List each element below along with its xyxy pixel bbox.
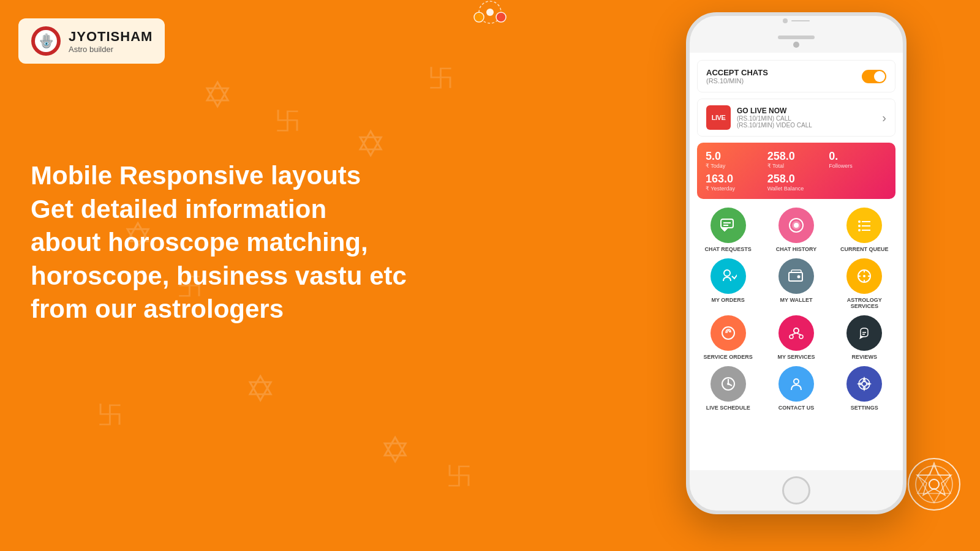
bg-swastika-1: 卐 (276, 104, 300, 138)
bg-swastika-5: 卐 (447, 459, 472, 493)
menu-label-my-wallet: MY WALLET (780, 297, 813, 303)
menu-item-service-orders[interactable]: SERVICE ORDERS (697, 315, 759, 360)
go-live-line1: (RS.10/1MIN) CALL (737, 115, 812, 122)
go-live-row[interactable]: LIVE GO LIVE NOW (RS.10/1MIN) CALL (RS.1… (697, 99, 895, 137)
accept-chats-toggle[interactable] (862, 70, 886, 83)
menu-label-chat-history: CHAT HISTORY (776, 246, 816, 252)
go-live-title: GO LIVE NOW (737, 107, 812, 115)
menu-item-astrology-services[interactable]: ASTROLOGY SERVICES (834, 258, 895, 309)
svg-point-23 (858, 229, 861, 231)
logo-box: 🪬 JYOTISHAM Astro builder (18, 18, 165, 64)
svg-point-10 (929, 479, 939, 489)
menu-label-service-orders: SERVICE ORDERS (703, 354, 752, 360)
menu-circle-my-wallet (778, 258, 814, 294)
menu-grid: CHAT REQUESTSCHAT HISTORYCURRENT QUEUEMY… (697, 205, 895, 413)
accept-chats-row: ACCEPT CHATS (RS.10/MIN) (697, 60, 895, 92)
menu-circle-current-queue (846, 208, 882, 243)
stat-wallet-value: 258.0 (767, 173, 826, 186)
menu-item-contact-us[interactable]: CONTACT US (765, 366, 827, 411)
menu-circle-live-schedule (710, 366, 746, 402)
chevron-right-icon: › (882, 111, 886, 125)
phone-outer: ACCEPT CHATS (RS.10/MIN) LIVE GO LIVE NO… (686, 12, 907, 514)
menu-label-chat-requests: CHAT REQUESTS (704, 246, 751, 252)
menu-item-my-wallet[interactable]: MY WALLET (765, 258, 827, 309)
stat-total-value: 258.0 (767, 150, 826, 163)
svg-text:🪬: 🪬 (38, 32, 55, 49)
stat-yesterday: 163.0 ₹ Yesterday (706, 173, 764, 192)
bg-swastika-4: 卐 (429, 61, 453, 95)
menu-item-my-services[interactable]: MY SERVICES (765, 315, 827, 360)
stats-banner: 5.0 ₹ Today 258.0 ₹ Total 0. Followers 1… (697, 143, 895, 199)
bg-star-2: ✡ (245, 367, 276, 410)
menu-item-my-orders[interactable]: MY ORDERS (697, 258, 759, 309)
live-icon: LIVE (706, 105, 731, 130)
menu-item-live-schedule[interactable]: LIVE SCHEDULE (697, 366, 759, 411)
top-center-deco (459, 0, 521, 39)
menu-label-settings: SETTINGS (851, 405, 878, 411)
svg-line-39 (796, 333, 801, 335)
logo-text: JYOTISHAM Astro builder (69, 29, 153, 54)
stat-yesterday-label: ₹ Yesterday (706, 186, 764, 192)
accept-chats-subtitle: (RS.10/MIN) (706, 77, 768, 84)
hero-line5: from our astrologers (31, 294, 284, 323)
svg-point-46 (727, 383, 729, 385)
go-live-line2: (RS.10/1MIN) VIDEO CALL (737, 122, 812, 129)
menu-circle-contact-us (778, 366, 814, 402)
stat-followers: 0. Followers (829, 150, 887, 169)
menu-circle-chat-history (778, 208, 814, 243)
stat-today-value: 5.0 (706, 150, 764, 163)
accept-chats-title: ACCEPT CHATS (706, 68, 768, 77)
svg-point-4 (474, 12, 484, 22)
stat-wallet: 258.0 Wallet Balance (767, 173, 826, 192)
accept-chats-text: ACCEPT CHATS (RS.10/MIN) (706, 68, 768, 84)
svg-rect-26 (789, 272, 802, 281)
logo-subtitle: Astro builder (69, 45, 153, 54)
menu-label-contact-us: CONTACT US (778, 405, 814, 411)
phone-camera (793, 42, 799, 48)
svg-point-21 (858, 225, 861, 227)
svg-point-18 (794, 223, 799, 228)
menu-circle-chat-requests (710, 208, 746, 243)
right-deco (907, 457, 962, 514)
menu-item-chat-history[interactable]: CHAT HISTORY (765, 208, 827, 252)
svg-line-38 (791, 333, 796, 335)
stat-followers-label: Followers (829, 163, 887, 169)
svg-point-27 (797, 276, 800, 279)
stat-total: 258.0 ₹ Total (767, 150, 826, 169)
menu-label-astrology-services: ASTROLOGY SERVICES (834, 297, 895, 309)
logo-title: JYOTISHAM (69, 29, 153, 45)
hero-content: Mobile Responsive layouts Get detailed i… (31, 159, 407, 326)
bg-swastika-3: 卐 (98, 398, 123, 432)
logo-icon: 🪬 (31, 26, 61, 56)
stat-followers-value: 0. (829, 150, 887, 163)
status-line (791, 20, 810, 21)
svg-point-29 (863, 275, 865, 277)
svg-point-6 (496, 12, 506, 22)
menu-item-chat-requests[interactable]: CHAT REQUESTS (697, 208, 759, 252)
menu-circle-settings (846, 366, 882, 402)
svg-point-25 (724, 270, 730, 276)
menu-label-my-services: MY SERVICES (777, 354, 815, 360)
menu-item-settings[interactable]: SETTINGS (834, 366, 895, 411)
hero-line3: about horoscope matching, (31, 228, 368, 257)
stat-yesterday-value: 163.0 (706, 173, 764, 186)
menu-item-reviews[interactable]: REVIEWS (834, 315, 895, 360)
svg-point-19 (858, 220, 861, 223)
bg-star-4: ✡ (380, 429, 410, 471)
menu-label-reviews: REVIEWS (852, 354, 878, 360)
menu-circle-my-services (778, 315, 814, 351)
svg-point-37 (799, 335, 803, 339)
go-live-text: GO LIVE NOW (RS.10/1MIN) CALL (RS.10/1MI… (737, 107, 812, 129)
svg-point-47 (794, 379, 799, 384)
hero-line1: Mobile Responsive layouts (31, 161, 361, 190)
stat-wallet-label: Wallet Balance (767, 186, 826, 192)
menu-circle-astrology-services (846, 258, 882, 294)
menu-item-current-queue[interactable]: CURRENT QUEUE (834, 208, 895, 252)
menu-circle-service-orders (710, 315, 746, 351)
phone-container: ACCEPT CHATS (RS.10/MIN) LIVE GO LIVE NO… (686, 12, 907, 514)
menu-label-current-queue: CURRENT QUEUE (840, 246, 889, 252)
phone-home-button[interactable] (782, 476, 810, 504)
svg-point-5 (486, 9, 494, 16)
bg-star-1: ✡ (202, 73, 233, 116)
phone-status-bar (783, 16, 810, 24)
